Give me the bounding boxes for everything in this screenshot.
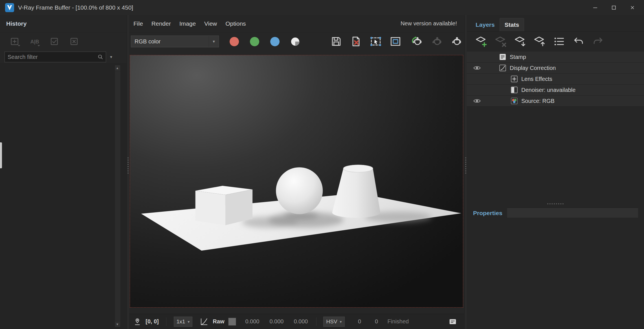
save-image-button[interactable] [329,35,343,48]
splitter-grip [465,157,466,174]
history-toolbar: A|B [0,32,127,50]
dock-handle[interactable] [0,142,2,168]
clear-image-button[interactable] [349,35,363,48]
chevron-down-icon: ▾ [209,36,219,47]
stamp-toggle-button[interactable] [449,318,457,325]
render-viewport[interactable] [129,50,464,314]
new-version-link[interactable]: New version available! [401,20,457,27]
set-a-button[interactable] [48,35,61,48]
cursor-coordinates: [0, 0] [146,318,159,325]
add-layer-button[interactable] [475,35,488,48]
search-icon [97,54,104,60]
history-scrollbar[interactable]: ▲ ▼ [115,65,121,327]
undo-icon [572,35,585,48]
scroll-up-button[interactable]: ▲ [115,65,120,71]
layers-panel: Layers Stats [467,15,644,329]
menu-image[interactable]: Image [175,15,200,32]
close-button[interactable] [623,0,642,15]
menu-render[interactable]: Render [147,15,175,32]
undo-button[interactable] [572,35,585,48]
properties-splitter[interactable] [467,202,644,206]
frame-icon [389,35,402,48]
frame-region-button[interactable] [389,35,402,48]
delete-layer-icon [494,35,507,48]
window-title: V-Ray Frame Buffer - [100.0% of 800 x 45… [18,4,133,11]
region-render-button[interactable] [369,35,383,48]
red-channel-toggle[interactable] [229,37,239,47]
arrow-up-icon: ▲ [116,66,119,70]
mono-channel-toggle[interactable] [290,37,300,47]
remove-history-button[interactable] [68,35,81,48]
delete-layer-button[interactable] [494,35,507,48]
compare-ab-button[interactable]: A|B [28,35,42,48]
splitter-grip [547,203,564,204]
layers-tab-bar: Layers Stats [467,15,644,32]
menu-view[interactable]: View [200,15,221,32]
search-filter-dropdown-button[interactable]: ▾ [106,52,116,62]
minimize-icon [592,5,598,10]
stamp-lines-icon [449,318,457,325]
pixel-scale-select[interactable]: 1x1 ▾ [174,317,193,327]
layer-row-lens-effects[interactable]: Lens Effects [467,74,644,85]
render-image[interactable] [130,55,463,308]
visibility-toggle[interactable] [473,98,485,104]
properties-header: Properties [467,206,644,220]
history-list[interactable]: ▲ ▼ [0,63,127,329]
load-layers-icon [533,35,546,48]
layer-row-display-correction[interactable]: Display Correction [467,63,644,74]
render-button[interactable] [450,35,464,48]
load-layer-tree-button[interactable] [533,35,546,48]
layer-label: Stamp [510,54,526,60]
menu-options[interactable]: Options [221,15,250,32]
floppy-icon [330,35,342,48]
save-layers-icon [514,35,526,48]
layer-label: Lens Effects [521,76,552,82]
channel-selector[interactable]: RGB color ▾ [131,36,219,47]
tab-layers[interactable]: Layers [471,18,500,31]
properties-field [507,208,638,218]
close-icon [630,5,635,10]
visibility-toggle[interactable] [473,65,485,71]
layer-row-source-rgb[interactable]: Source: RGB [467,96,644,107]
save-to-history-button[interactable] [8,35,22,48]
color-space-select[interactable]: HSV ▾ [323,317,344,327]
region-marquee-icon [370,35,382,48]
blue-channel-toggle[interactable] [270,37,280,47]
minimize-button[interactable] [586,0,605,15]
save-layer-tree-button[interactable] [514,35,527,48]
history-panel-title: History [0,15,127,32]
teapot-render-icon [411,35,424,48]
window-controls [586,0,642,15]
pin-icon [133,317,142,326]
color-curve-toggle[interactable] [199,316,209,327]
interactive-render-button[interactable] [430,35,444,48]
render-last-button[interactable] [411,35,424,48]
vfb-window: V-Ray Frame Buffer - [100.0% of 800 x 45… [0,0,644,329]
sampled-color-swatch [228,318,236,326]
menu-file[interactable]: File [129,15,147,32]
tab-stats[interactable]: Stats [500,18,524,31]
titlebar[interactable]: V-Ray Frame Buffer - [100.0% of 800 x 45… [0,0,644,15]
green-channel-toggle[interactable] [250,37,260,47]
maximize-button[interactable] [605,0,623,15]
statusbar-divider [316,317,316,326]
scroll-down-button[interactable]: ▼ [115,321,120,327]
svg-text:A|B: A|B [30,39,39,45]
lens-effects-icon [511,75,518,83]
add-layer-icon [475,35,487,48]
source-rgb-icon [511,97,518,105]
layer-row-stamp[interactable]: Stamp [467,52,644,63]
color-space-value: HSV [326,319,337,325]
layer-label: Display Correction [510,65,556,71]
search-input[interactable] [5,52,106,62]
pixel-probe-button[interactable] [132,316,143,327]
redo-button[interactable] [592,35,605,48]
layer-tree: Stamp Display Correction [467,52,644,107]
layer-presets-button[interactable] [553,35,566,48]
history-search-row: ▾ [0,52,127,62]
chevron-down-icon: ▾ [340,319,342,324]
denoiser-icon [511,86,518,94]
hue-value: 0 [356,318,363,325]
clear-image-icon [350,35,362,48]
layer-row-denoiser[interactable]: Denoiser: unavailable [467,85,644,96]
